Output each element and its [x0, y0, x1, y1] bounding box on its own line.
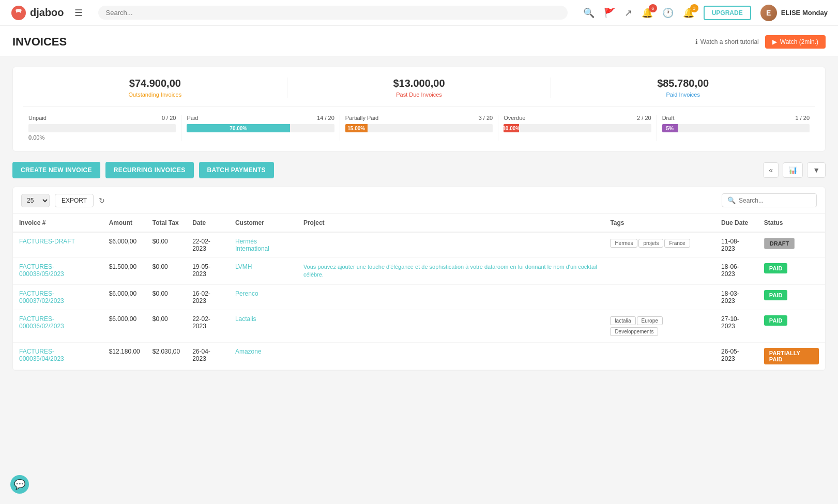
invoice-link[interactable]: FACTURES-000035/04/2023	[19, 348, 64, 362]
progress-count: 0 / 20	[162, 115, 176, 121]
toolbar-right: « 📊 ▼	[763, 162, 826, 178]
cell-duedate: 26-05-2023	[715, 342, 758, 370]
progress-fill: 70.00%	[187, 124, 290, 132]
watch-tutorial[interactable]: ℹ Watch a short tutorial	[695, 38, 759, 45]
flag-icon[interactable]: 🚩	[604, 7, 615, 19]
cell-date: 26-04-2023	[186, 342, 229, 370]
watch-button[interactable]: ▶ Watch (2min.)	[765, 35, 826, 49]
outstanding-label: Outstanding Invoices	[23, 91, 287, 98]
cell-customer: Amazone	[229, 342, 297, 370]
col-tags: Tags	[604, 214, 715, 232]
cell-status: PAID	[758, 258, 825, 285]
invoice-link[interactable]: FACTURES-000037/02/2023	[19, 290, 64, 304]
customer-link[interactable]: LVMH	[235, 263, 252, 270]
cell-amount: $1.500,00	[103, 258, 146, 285]
table-toolbar: 25 50 100 EXPORT ↻ 🔍	[13, 187, 825, 214]
table-header-row: Invoice # Amount Total Tax Date Customer…	[13, 214, 825, 232]
table-toolbar-left: 25 50 100 EXPORT ↻	[21, 194, 105, 207]
paid-stat: $85.780,00 Paid Invoices	[551, 78, 815, 98]
customer-link[interactable]: Hermès International	[235, 238, 269, 252]
create-invoice-button[interactable]: CREATE NEW INVOICE	[12, 162, 100, 178]
cell-date: 16-02-2023	[186, 284, 229, 310]
invoices-table: Invoice # Amount Total Tax Date Customer…	[13, 214, 825, 370]
status-badge: PAID	[764, 315, 787, 326]
col-project: Project	[297, 214, 604, 232]
cell-project: Vous pouvez ajouter une touche d'éléganc…	[297, 258, 604, 285]
user-info[interactable]: E ELISE Monday	[760, 5, 828, 21]
global-search[interactable]	[98, 6, 568, 20]
recurring-invoices-button[interactable]: RECURRING INVOICES	[105, 162, 194, 178]
table-search-input[interactable]	[739, 197, 811, 204]
progress-title: Draft	[662, 115, 675, 121]
progress-fill: 10.00%	[504, 124, 519, 132]
pastdue-stat: $13.000,00 Past Due Invoices	[287, 78, 551, 98]
play-icon: ▶	[772, 38, 777, 45]
alert-icon[interactable]: 🔔 3	[683, 7, 694, 19]
table-search-box[interactable]: 🔍	[722, 193, 817, 207]
search-input[interactable]	[106, 9, 560, 17]
invoice-link[interactable]: FACTURES-000036/02/2023	[19, 315, 64, 330]
refresh-icon[interactable]: ↻	[99, 196, 105, 205]
user-name: ELISE Monday	[781, 9, 828, 17]
cell-tax: $0,00	[146, 232, 186, 258]
chart-icon-btn[interactable]: 📊	[783, 162, 803, 178]
avatar: E	[760, 5, 777, 21]
cell-amount: $12.180,00	[103, 342, 146, 370]
invoice-link[interactable]: FACTURES-000038/05/2023	[19, 263, 64, 278]
watch-tutorial-label: Watch a short tutorial	[700, 38, 759, 45]
cell-tags: lactaliaEuropeDeveloppements	[604, 310, 715, 342]
clock-icon[interactable]: 🕐	[662, 7, 674, 19]
table-row: FACTURES-000038/05/2023 $1.500,00 $0,00 …	[13, 258, 825, 285]
export-button[interactable]: EXPORT	[55, 194, 94, 207]
progress-track: 15.00%	[345, 124, 493, 132]
status-badge: PAID	[764, 263, 787, 273]
cell-status: PAID	[758, 284, 825, 310]
cell-duedate: 27-10-2023	[715, 310, 758, 342]
cell-customer: Hermès International	[229, 232, 297, 258]
cell-status: PAID	[758, 310, 825, 342]
back-icon-btn[interactable]: «	[763, 162, 779, 178]
batch-payments-button[interactable]: BATCH PAYMENTS	[199, 162, 274, 178]
alert-badge: 3	[690, 4, 698, 12]
table-row: FACTURES-000036/02/2023 $6.000,00 $0,00 …	[13, 310, 825, 342]
progress-track: 10.00%	[504, 124, 651, 132]
table-row: FACTURES-DRAFT $6.000,00 $0,00 22-02-202…	[13, 232, 825, 258]
cell-tax: $0,00	[146, 258, 186, 285]
search-icon[interactable]: 🔍	[583, 7, 595, 19]
cell-customer: LVMH	[229, 258, 297, 285]
tag: Europe	[637, 316, 663, 325]
cell-project	[297, 310, 604, 342]
progress-item-partially-paid: Partially Paid 3 / 20 15.00%	[340, 115, 498, 141]
progress-item-paid: Paid 14 / 20 70.00%	[181, 115, 339, 141]
page-actions: ℹ Watch a short tutorial ▶ Watch (2min.)	[695, 35, 826, 49]
status-badge: PARTIALLY PAID	[764, 348, 819, 364]
logo[interactable]: djaboo	[10, 5, 64, 21]
customer-link[interactable]: Lactalis	[235, 315, 256, 323]
progress-title: Partially Paid	[345, 115, 378, 121]
progress-item-draft: Draft 1 / 20 5%	[657, 115, 815, 141]
table-row: FACTURES-000035/04/2023 $12.180,00 $2.03…	[13, 342, 825, 370]
cell-date: 22-02-2023	[186, 232, 229, 258]
filter-icon-btn[interactable]: ▼	[807, 162, 826, 178]
invoice-link[interactable]: FACTURES-DRAFT	[19, 238, 75, 245]
cell-tax: $0,00	[146, 284, 186, 310]
cell-tags	[604, 258, 715, 285]
progress-count: 2 / 20	[637, 115, 651, 121]
customer-link[interactable]: Amazone	[235, 348, 262, 355]
customer-link[interactable]: Perenco	[235, 290, 258, 297]
progress-item-unpaid: Unpaid 0 / 20 0.00%	[23, 115, 181, 141]
col-customer: Customer	[229, 214, 297, 232]
upgrade-button[interactable]: UPGRADE	[704, 6, 751, 20]
cell-duedate: 18-03-2023	[715, 284, 758, 310]
menu-icon[interactable]: ☰	[74, 7, 83, 19]
notification-icon[interactable]: 🔔 6	[642, 7, 653, 19]
share-icon[interactable]: ↗	[624, 7, 632, 19]
per-page-select[interactable]: 25 50 100	[21, 194, 50, 207]
table-section: 25 50 100 EXPORT ↻ 🔍 Invoice # Amount To…	[12, 187, 826, 371]
progress-track: 5%	[662, 124, 810, 132]
cell-date: 19-05-2023	[186, 258, 229, 285]
main-content: $74.900,00 Outstanding Invoices $13.000,…	[0, 56, 838, 381]
paid-label: Paid Invoices	[551, 91, 815, 98]
cell-customer: Perenco	[229, 284, 297, 310]
progress-item-overdue: Overdue 2 / 20 10.00%	[498, 115, 656, 141]
